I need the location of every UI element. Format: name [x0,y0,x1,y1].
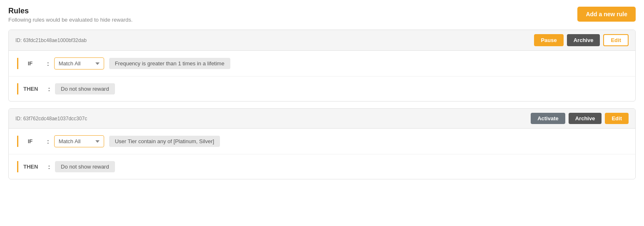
activate-button-2[interactable]: Activate [531,113,565,124]
rule-2-colon-1: : [47,138,49,145]
edit-button-2[interactable]: Edit [605,113,629,124]
rule-1-condition-row: IF : Match All Frequency is greater than… [17,57,627,70]
rule-1-then-section: THEN : Do not show reward [9,77,635,101]
rule-1-colon-1: : [47,60,49,67]
rule-2-then-row: THEN : Do not show reward [17,161,627,172]
rule-1-then-row: THEN : Do not show reward [17,83,627,94]
rule-2-match-select[interactable]: Match All [54,135,104,147]
page-header: Rules Following rules would be evaluated… [8,7,636,23]
edit-button-1[interactable]: Edit [603,34,629,46]
rule-2-colon-2: : [48,164,50,170]
rule-1-if-label: IF [17,58,42,69]
rule-2-id: ID: 63f762cdc48ae1037dcc307c [15,116,87,122]
rule-1-match-select[interactable]: Match All [54,57,104,70]
rule-2-action-tag: Do not show reward [55,161,115,172]
rule-1-if-section: IF : Match All Frequency is greater than… [9,51,635,77]
header-text: Rules Following rules would be evaluated… [8,7,132,23]
rule-2-actions: Activate Archive Edit [531,113,629,124]
rule-card-2: ID: 63f762cdc48ae1037dcc307c Activate Ar… [8,108,636,179]
rule-2-then-label: THEN [17,161,43,172]
pause-button-1[interactable]: Pause [534,34,563,46]
rule-2-condition-tag: User Tier contain any of [Platinum, Silv… [109,136,220,147]
rule-2-if-label: IF [17,136,42,147]
rule-1-id: ID: 63fdc21bc48ae1000bf32dab [15,37,87,43]
rule-1-then-label: THEN [17,83,43,94]
archive-button-2[interactable]: Archive [569,113,602,124]
rule-1-header: ID: 63fdc21bc48ae1000bf32dab Pause Archi… [9,30,635,51]
page-title: Rules [8,7,132,15]
rule-1-action-tag: Do not show reward [55,83,115,94]
rule-2-header: ID: 63f762cdc48ae1037dcc307c Activate Ar… [9,109,635,129]
archive-button-1[interactable]: Archive [567,34,600,46]
rule-2-condition-row: IF : Match All User Tier contain any of … [17,135,627,147]
add-rule-button[interactable]: Add a new rule [577,7,636,22]
rule-1-colon-2: : [48,86,50,92]
rule-1-actions: Pause Archive Edit [534,34,629,46]
rule-2-then-section: THEN : Do not show reward [9,154,635,179]
rule-2-if-section: IF : Match All User Tier contain any of … [9,129,635,154]
rule-1-condition-tag: Frequency is greater than 1 times in a l… [109,58,230,69]
rule-card-1: ID: 63fdc21bc48ae1000bf32dab Pause Archi… [8,30,636,102]
page-subtitle: Following rules would be evaluated to hi… [8,17,132,23]
